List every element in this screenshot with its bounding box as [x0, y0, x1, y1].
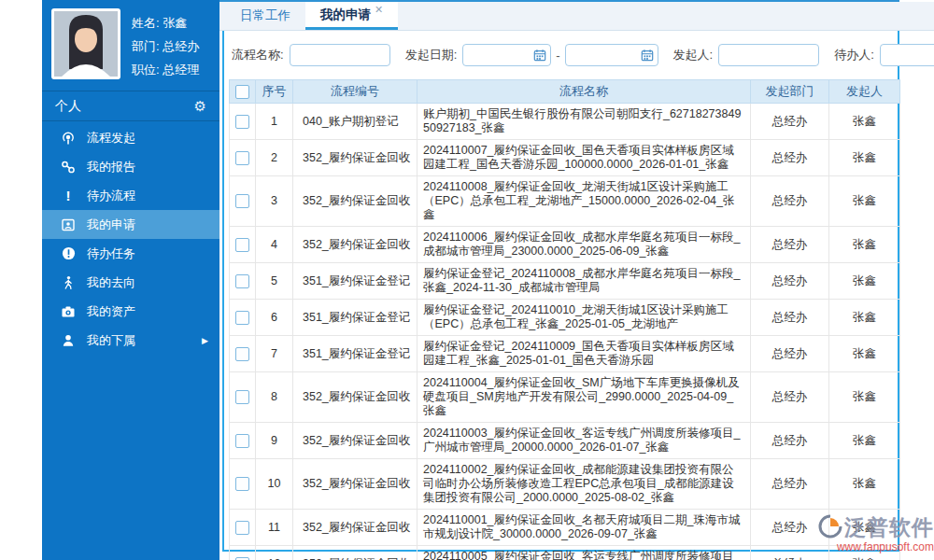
sidebar-item-my-subordinates[interactable]: 我的下属 ▶ [42, 326, 219, 355]
cell-dept: 总经办 [751, 140, 829, 176]
camera-icon [57, 304, 79, 319]
table-row[interactable]: 12 352_履约保证金回收 2024110005_履约保证金回收_客运专线广州… [230, 546, 900, 560]
row-checkbox[interactable] [235, 477, 249, 491]
link-icon [57, 160, 79, 175]
cell-seq: 6 [256, 300, 293, 336]
cell-dept: 总经办 [751, 263, 829, 300]
table-row[interactable]: 6 351_履约保证金登记 履约保证金登记_2024110010_龙湖天街城1区… [230, 300, 900, 336]
sidebar-item-pending-processes[interactable]: ! 待办流程 [42, 181, 219, 210]
table-row[interactable]: 9 352_履约保证金回收 2024110003_履约保证金回收_客运专线广州调… [230, 423, 900, 459]
table-row[interactable]: 8 352_履约保证金回收 2024110004_履约保证金回收_SM广场地下车… [230, 372, 900, 423]
starter-input[interactable] [718, 44, 819, 66]
row-checkbox[interactable] [235, 151, 249, 165]
sidebar-item-label: 我的下属 [87, 332, 202, 349]
table-row[interactable]: 4 352_履约保证金回收 2024110006_履约保证金回收_成都水岸华庭名… [230, 227, 900, 263]
cell-starter: 张鑫 [829, 372, 900, 423]
cell-seq: 8 [256, 372, 293, 423]
cell-starter: 张鑫 [829, 104, 900, 140]
row-checkbox[interactable] [235, 347, 249, 361]
cell-seq: 11 [256, 510, 293, 546]
filter-bar: 流程名称: 发起日期: - 发起人: 待办人: [224, 31, 898, 79]
calendar-icon[interactable] [641, 49, 654, 64]
table-row[interactable]: 11 352_履约保证金回收 2024110001_履约保证金回收_名都天府城项… [230, 510, 900, 546]
cell-dept: 总经办 [751, 336, 829, 372]
cell-starter: 张鑫 [829, 227, 900, 263]
table-row[interactable]: 10 352_履约保证金回收 2024110002_履约保证金回收_成都能源建设… [230, 459, 900, 510]
assignee-input[interactable] [880, 44, 934, 66]
avatar [51, 8, 120, 79]
row-checkbox[interactable] [235, 194, 249, 208]
cell-code: 352_履约保证金回收 [293, 140, 417, 176]
sidebar-item-label: 我的申请 [87, 217, 208, 233]
cell-name: 履约保证金登记_2024110009_国色天香项目实体样板房区域园建工程_张鑫_… [417, 336, 751, 372]
fanpu-logo-icon [818, 514, 842, 540]
sidebar-item-pending-tasks[interactable]: 待办任务 [42, 239, 219, 268]
start-date-label: 发起日期: [405, 47, 458, 63]
table-row[interactable]: 7 351_履约保证金登记 履约保证金登记_2024110009_国色天香项目实… [230, 336, 900, 372]
process-name-input[interactable] [290, 44, 390, 66]
alert-circle-icon [57, 246, 79, 260]
sidebar: 姓名: 张鑫 部门: 总经办 职位: 总经理 个人 ⚙ 流程发起 我的报告 ! … [42, 0, 219, 560]
walking-icon [57, 275, 79, 290]
cell-code: 352_履约保证金回收 [293, 372, 417, 423]
cell-code: 351_履约保证金登记 [293, 300, 417, 336]
cell-name: 履约保证金登记_2024110008_成都水岸华庭名苑项目一标段_张鑫_2024… [417, 263, 751, 300]
row-checkbox[interactable] [235, 238, 249, 252]
sidebar-menu: 流程发起 我的报告 ! 待办流程 我的申请 待办任务 [42, 121, 219, 355]
row-checkbox[interactable] [235, 274, 249, 288]
cell-code: 040_账户期初登记 [293, 104, 417, 140]
cell-starter: 张鑫 [829, 459, 900, 510]
row-checkbox[interactable] [235, 557, 249, 560]
gear-icon[interactable]: ⚙ [194, 98, 206, 115]
tab-daily-work[interactable]: 日常工作 [225, 2, 305, 30]
cell-seq: 2 [256, 140, 293, 176]
row-checkbox[interactable] [235, 434, 249, 448]
row-checkbox[interactable] [235, 311, 249, 325]
cell-starter: 张鑫 [829, 423, 900, 459]
cell-code: 352_履约保证金回收 [293, 227, 417, 263]
select-all-checkbox[interactable] [235, 85, 249, 99]
cell-starter: 张鑫 [829, 300, 900, 336]
cell-seq: 10 [256, 459, 293, 510]
content-panel: 流程名称: 发起日期: - 发起人: 待办人: [222, 31, 899, 552]
cell-name: 账户期初_中国民生银行股份有限公司朝阳支行_627182738495092718… [417, 104, 751, 140]
col-name: 流程名称 [417, 80, 751, 104]
cell-starter: 张鑫 [829, 336, 900, 372]
sidebar-item-my-applications[interactable]: 我的申请 [42, 210, 219, 239]
sidebar-item-my-reports[interactable]: 我的报告 [42, 152, 219, 181]
sidebar-item-label: 待办任务 [87, 245, 208, 262]
cell-name: 2024110004_履约保证金回收_SM广场地下车库更换摄像机及硬盘项目_SM… [417, 372, 751, 423]
sidebar-item-label: 我的资产 [87, 303, 208, 320]
sidebar-item-my-assets[interactable]: 我的资产 [42, 297, 219, 326]
tab-my-applications[interactable]: 我的申请 ✕ [305, 2, 398, 30]
row-checkbox[interactable] [235, 521, 249, 535]
tab-label: 日常工作 [240, 7, 290, 24]
row-checkbox[interactable] [235, 115, 249, 129]
cell-name: 2024110001_履约保证金回收_名都天府城项目二期_珠海市城市规划设计院_… [417, 510, 751, 546]
table-row[interactable]: 3 352_履约保证金回收 2024110008_履约保证金回收_龙湖天街城1区… [230, 176, 900, 227]
row-checkbox[interactable] [235, 390, 249, 404]
cell-dept: 总经办 [751, 227, 829, 263]
cell-name: 2024110005_履约保证金回收_客运专线广州调度所装修项目_广州城市管理局… [417, 546, 751, 560]
close-icon[interactable]: ✕ [375, 4, 383, 16]
table-row[interactable]: 2 352_履约保证金回收 2024110007_履约保证金回收_国色天香项目实… [230, 140, 900, 176]
process-name-label: 流程名称: [232, 47, 284, 63]
cell-seq: 1 [256, 104, 293, 140]
sidebar-item-process-start[interactable]: 流程发起 [42, 123, 219, 152]
sidebar-section-personal[interactable]: 个人 ⚙ [42, 91, 219, 121]
avatar-portrait [54, 11, 118, 77]
cell-code: 352_履约保证金回收 [293, 546, 417, 560]
table-row[interactable]: 5 351_履约保证金登记 履约保证金登记_2024110008_成都水岸华庭名… [230, 263, 900, 300]
cell-name: 履约保证金登记_2024110010_龙湖天街城1区设计采购施工（EPC）总承包… [417, 300, 751, 336]
exclamation-icon: ! [57, 189, 79, 203]
podcast-icon [57, 131, 79, 146]
cell-code: 351_履约保证金登记 [293, 263, 417, 300]
calendar-icon[interactable] [533, 49, 546, 64]
sidebar-item-my-whereabouts[interactable]: 我的去向 [42, 268, 219, 297]
cell-starter: 张鑫 [829, 176, 900, 227]
id-card-icon [57, 217, 79, 232]
cell-dept: 总经办 [751, 459, 829, 510]
table-row[interactable]: 1 040_账户期初登记 账户期初_中国民生银行股份有限公司朝阳支行_62718… [230, 104, 900, 140]
sidebar-item-label: 流程发起 [87, 130, 208, 147]
watermark-url: www.fanpusoft.com [818, 541, 934, 553]
